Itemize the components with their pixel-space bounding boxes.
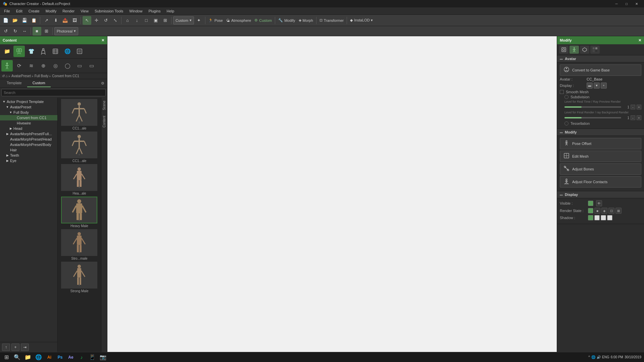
tree-avatar-morph-body[interactable]: AvatarMorphPreset/Body (0, 142, 57, 147)
search-input[interactable] (1, 89, 106, 96)
shadow-green[interactable] (588, 215, 593, 220)
open-button[interactable]: 📂 (11, 16, 19, 25)
menu-window[interactable]: Window (127, 8, 145, 14)
cloth-icon-btn[interactable]: 👕 (26, 46, 37, 57)
edit-mesh-button[interactable]: Edit Mesh (560, 151, 641, 162)
maximize-button[interactable]: □ (622, 0, 631, 7)
scene-tab[interactable]: Scene (102, 98, 107, 113)
import-button[interactable]: ⬇ (51, 16, 60, 25)
breadcrumb-full-body[interactable]: Full Body (35, 74, 49, 78)
render-state-btn4[interactable]: ⊡ (608, 208, 614, 214)
select-tool[interactable]: ↖ (83, 16, 91, 25)
rotate-tool[interactable]: ↺ (101, 16, 110, 25)
final-plus-btn[interactable]: + (637, 115, 641, 120)
home-view[interactable]: ⌂ (123, 16, 132, 25)
modify-close-icon[interactable]: ✕ (638, 38, 641, 43)
save-button[interactable]: 💾 (20, 16, 29, 25)
viewport-canvas[interactable] (107, 36, 557, 352)
menu-render[interactable]: Render (60, 8, 77, 14)
start-button[interactable]: ⊞ (1, 353, 11, 362)
new-button[interactable]: 📄 (1, 16, 10, 25)
instalod-btn[interactable]: ◆ InstaLOD ▾ (349, 18, 374, 22)
subdivision-radio[interactable] (564, 95, 568, 99)
shadow-white1[interactable] (594, 215, 600, 220)
pose-offset-button[interactable]: Pose Offset (560, 138, 641, 149)
menu-plugins[interactable]: Plugins (146, 8, 163, 14)
realtime-plus-btn[interactable]: + (637, 105, 641, 109)
file-explorer-btn[interactable]: 📁 (23, 353, 33, 362)
send-button[interactable]: 📤 (61, 16, 69, 25)
breadcrumb-avatar-preset[interactable]: AvatarPreset (11, 74, 31, 78)
left-view[interactable]: ▣ (151, 16, 160, 25)
pose-btn[interactable]: 🏃 Pose (207, 18, 224, 22)
tree-teeth[interactable]: ▶ Teeth (0, 153, 57, 158)
tree-convert-cc1[interactable]: Convert from CC1 (0, 115, 57, 120)
render-state-btn2[interactable]: ■ (594, 208, 600, 214)
search-taskbar-btn[interactable]: 🔍 (12, 353, 22, 362)
tree-actor-project-template[interactable]: ▼ Actor Project Template (0, 99, 57, 104)
scale-tool[interactable]: ⤡ (111, 16, 119, 25)
list-item[interactable]: Hea...ale (61, 164, 98, 195)
adjust-bones-button[interactable]: Adjust Bones (560, 163, 641, 175)
content-close-icon[interactable]: ✕ (101, 38, 104, 43)
add-item-btn[interactable]: + (11, 344, 19, 351)
tree-avatar-morph-full[interactable]: ▶ AvatarMorphPreset/Full... (0, 131, 57, 137)
import-btn[interactable]: ⇥ (21, 344, 29, 351)
render-state-btn5[interactable]: ⊠ (615, 208, 622, 214)
visible-eye-btn[interactable]: 👁 (596, 200, 602, 206)
smooth-mesh-checkbox[interactable] (560, 90, 564, 94)
render-mode-dropdown[interactable]: Photoreal ▾ (54, 27, 78, 35)
view-mode-wire[interactable]: ⊞ (42, 27, 51, 36)
back-view[interactable]: □ (142, 16, 151, 25)
app-btn-last[interactable]: 📷 (98, 353, 108, 362)
flip-btn[interactable]: ↔ (20, 27, 29, 36)
render-image-button[interactable]: 🖼 (70, 16, 79, 25)
convert-to-game-base-button[interactable]: Convert to Game Base (560, 64, 641, 76)
avatar-icon-btn[interactable] (13, 46, 25, 57)
modify-icon-figure[interactable] (569, 46, 579, 54)
export-button[interactable]: ↗ (42, 16, 51, 25)
chrome-btn[interactable]: 🌐 (34, 353, 44, 362)
breadcrumb-convert[interactable]: Convert from CC1 (52, 74, 79, 78)
breadcrumb-home-icon[interactable]: ⌂ (6, 74, 8, 78)
modify-icon-material[interactable] (590, 46, 600, 54)
avatar-section-header[interactable]: ▬ Avatar (557, 55, 644, 62)
tree-head[interactable]: ▶ Head (0, 126, 57, 131)
list-item[interactable]: Strong Male (61, 262, 98, 293)
minimize-button[interactable]: ─ (612, 0, 621, 7)
display-btn1[interactable]: ▬ (587, 83, 593, 89)
modify-section-header[interactable]: ▬ Modify (557, 129, 644, 136)
breadcrumb-refresh-icon[interactable]: ↺ (2, 74, 5, 78)
morph-btn[interactable]: ◈ Morph (297, 18, 314, 22)
tree-hair[interactable]: Hair (0, 147, 57, 153)
front-view[interactable]: ↓ (133, 16, 141, 25)
list-item[interactable]: CC1...ale (61, 132, 98, 163)
animation-icon-btn[interactable]: ◎ (50, 60, 61, 71)
final-minus-btn[interactable]: - (631, 115, 635, 120)
body-icon-btn[interactable] (38, 46, 49, 57)
save-as-button[interactable]: 📋 (30, 16, 38, 25)
rotate-left-btn[interactable]: ↺ (1, 27, 10, 36)
tree-full-body[interactable]: ▼ Full Body (0, 110, 57, 115)
menu-create[interactable]: Create (26, 8, 42, 14)
scene-icon-btn[interactable]: 🌐 (62, 46, 73, 57)
light-icon-btn[interactable] (74, 46, 85, 57)
atmosphere-btn[interactable]: 🌤 Atmosphere (225, 18, 252, 22)
menu-modify[interactable]: Modify (43, 8, 59, 14)
move-tool[interactable]: ✛ (92, 16, 101, 25)
transformer-btn[interactable]: ⊡ Transformer (318, 18, 345, 22)
illustrator-btn[interactable]: Ai (44, 353, 54, 362)
morph-icon-btn[interactable]: ⟳ (13, 60, 25, 71)
spotify-btn[interactable]: ♪ (77, 353, 87, 362)
box2-icon-btn[interactable]: ▭ (86, 60, 97, 71)
shadow-white3[interactable] (607, 215, 612, 220)
props-icon-btn[interactable]: ◯ (62, 60, 73, 71)
realtime-slider-track[interactable] (564, 106, 621, 108)
modify-icon-mesh[interactable] (580, 46, 589, 54)
final-slider-track[interactable] (564, 117, 621, 118)
after-effects-btn[interactable]: Ae (66, 353, 76, 362)
pose-icon-btn[interactable] (50, 46, 61, 57)
display-btn3[interactable]: + (601, 83, 607, 89)
shadow-white2[interactable] (601, 215, 606, 220)
tessellation-radio[interactable] (564, 121, 568, 125)
